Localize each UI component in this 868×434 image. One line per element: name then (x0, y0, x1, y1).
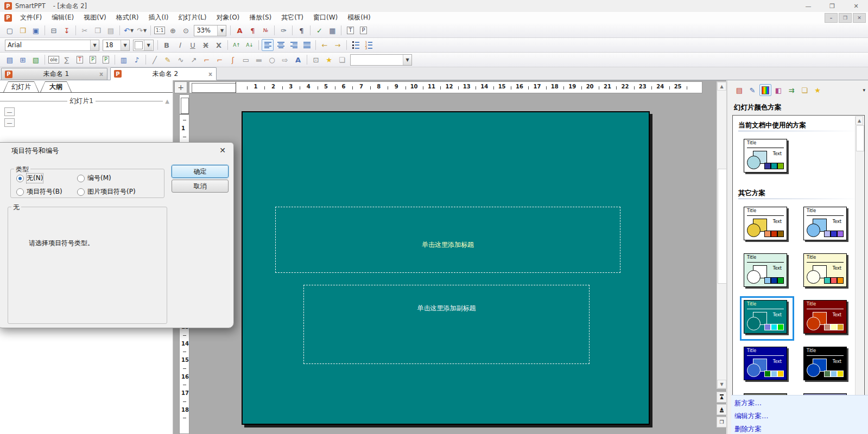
scroll-up-icon[interactable]: ▲ (856, 116, 863, 125)
font-color-combo[interactable]: ▼ (133, 40, 154, 51)
extrusion-icon[interactable]: ❏ (336, 54, 348, 66)
save-icon[interactable]: ▣ (30, 24, 42, 36)
increase-indent-icon[interactable]: → (332, 39, 344, 51)
rectangle-gray-icon[interactable]: ▬ (253, 54, 265, 66)
font-color-icon[interactable]: A (233, 24, 245, 36)
layout-panel-icon[interactable]: ▤ (733, 84, 745, 96)
bullets-numbering-icon[interactable]: № (259, 24, 271, 36)
bold-icon[interactable]: B (161, 39, 173, 51)
decrease-font-icon[interactable]: A↓ (244, 39, 256, 51)
formatting-marks-icon[interactable]: ¶ (295, 24, 307, 36)
decrease-indent-icon[interactable]: ← (319, 39, 331, 51)
copy-icon[interactable]: ❒ (92, 24, 104, 36)
menu-item-7[interactable]: 播放(S) (244, 12, 276, 23)
text-mode-icon[interactable]: T (344, 24, 356, 36)
menu-item-10[interactable]: 模板(H) (343, 12, 375, 23)
text-frame-icon[interactable]: ▤ (4, 54, 16, 66)
menu-item-5[interactable]: 幻灯片(L) (173, 12, 211, 23)
strikethrough-icon[interactable]: X (200, 39, 212, 51)
slide-sorter-button[interactable]: ❐ (717, 417, 727, 427)
chevron-down-icon[interactable]: ▼ (217, 25, 226, 36)
tab-outline[interactable]: 大纲 (40, 81, 72, 92)
menu-item-1[interactable]: 编辑(E) (47, 12, 79, 23)
align-center-icon[interactable] (275, 39, 287, 51)
subtitle-placeholder[interactable]: 单击这里添加副标题 (303, 285, 590, 364)
color-scheme-thumbnail[interactable]: TitleText (744, 347, 790, 384)
zoom-icon[interactable]: ⊙ (180, 24, 192, 36)
effects-panel-icon[interactable]: ❏ (799, 84, 810, 96)
window-minimize-button[interactable]: — (796, 0, 820, 12)
mdi-minimize-button[interactable]: – (825, 13, 838, 23)
radio-icon[interactable] (77, 188, 85, 196)
table-icon[interactable]: ⊞ (17, 54, 29, 66)
outline-scroll-up-icon[interactable]: ▲ (165, 98, 169, 104)
image-icon[interactable]: ▧ (30, 54, 42, 66)
template-panel-icon[interactable]: ✎ (746, 84, 758, 96)
arrow-icon[interactable]: ↗ (188, 54, 200, 66)
radio-bullet[interactable]: 项目符号(B) (16, 187, 77, 196)
content-placeholder2-icon[interactable]: P (100, 54, 112, 66)
scrollbar-thumb[interactable] (718, 169, 727, 284)
fontwork-icon[interactable]: A (292, 54, 304, 66)
shape-style-combo[interactable]: ▼ (350, 54, 412, 66)
ruler-origin-button[interactable]: + (174, 81, 187, 93)
canvas-vertical-scrollbar[interactable]: ▲ ▼ (717, 81, 727, 389)
content-placeholder-icon[interactable]: P (87, 54, 99, 66)
color-scheme-thumbnail[interactable]: TitleText (803, 300, 850, 337)
font-name-combo[interactable]: Arial▼ (5, 40, 99, 51)
radio-icon[interactable] (16, 175, 24, 182)
bullet-list-icon[interactable] (350, 39, 362, 51)
freeform-icon[interactable]: ✎ (162, 54, 174, 66)
radio-icon[interactable] (77, 175, 85, 182)
title-placeholder[interactable]: 单击这里添加标题 (275, 207, 620, 273)
presentation-mode-icon[interactable]: P (357, 24, 369, 36)
scheme-list-scrollbar[interactable]: ▲ ▼ (855, 116, 864, 434)
zoom-level-combo[interactable]: 33%▼ (194, 25, 226, 36)
open-folder-icon[interactable]: ❒ (17, 24, 29, 36)
radio-image-bullet[interactable]: 图片项目符号(P) (77, 187, 159, 196)
previous-slide-button[interactable]: ▲ (717, 404, 727, 415)
menu-item-9[interactable]: 窗口(W) (308, 12, 343, 23)
cut-icon[interactable]: ✂ (79, 24, 91, 36)
numbered-list-icon[interactable]: 123 (363, 39, 375, 51)
ellipse-icon[interactable]: ○ (266, 54, 278, 66)
chevron-down-icon[interactable]: ▼ (121, 40, 129, 50)
mdi-close-button[interactable]: ✕ (853, 13, 866, 23)
menu-item-4[interactable]: 插入(I) (144, 12, 174, 23)
color-scheme-thumbnail-selected[interactable]: TitleText (744, 300, 790, 337)
font-size-combo[interactable]: 18▼ (103, 40, 130, 51)
connector-icon[interactable]: ⌐ (201, 54, 213, 66)
menu-item-0[interactable]: 文件(F) (15, 12, 47, 23)
new-scheme-link[interactable]: 新方案… (734, 399, 868, 408)
ole-object-icon[interactable]: ole (48, 54, 60, 66)
star-icon[interactable]: ★ (323, 54, 335, 66)
scroll-up-icon[interactable]: ▲ (717, 82, 726, 91)
color-scheme-thumbnail[interactable]: TitleText (803, 347, 850, 384)
cancel-button[interactable]: 取消 (172, 180, 229, 193)
align-justify-icon[interactable] (301, 39, 313, 51)
window-maximize-button[interactable]: ❐ (820, 0, 844, 12)
scroll-down-icon[interactable]: ▼ (717, 380, 726, 388)
format-painter-icon[interactable]: ✑ (277, 24, 289, 36)
dialog-close-icon[interactable]: ✕ (219, 146, 226, 155)
title-placeholder-icon[interactable]: T (74, 54, 86, 66)
menu-item-2[interactable]: 视图(V) (79, 12, 111, 23)
transition-panel-icon[interactable]: ⇉ (785, 84, 797, 96)
mdi-restore-button[interactable]: ❐ (839, 13, 852, 23)
ok-button[interactable]: 确定 (172, 165, 229, 178)
menu-item-8[interactable]: 其它(T) (276, 12, 308, 23)
scheme-apply-icon[interactable]: ◧ (772, 84, 784, 96)
scrollbar-thumb[interactable] (856, 125, 864, 151)
panel-menu-arrow-icon[interactable]: ▾ (863, 87, 865, 93)
italic-icon[interactable]: I (174, 39, 186, 51)
menu-item-6[interactable]: 对象(O) (211, 12, 244, 23)
increase-font-icon[interactable]: A↑ (231, 39, 243, 51)
stats-icon[interactable]: ▦ (326, 24, 338, 36)
connector-curve-icon[interactable]: ʃ (227, 54, 239, 66)
zoom-100-icon[interactable]: 1:1 (154, 24, 166, 36)
first-slide-button[interactable]: ▲ (717, 392, 727, 403)
outline-collapse-icon[interactable]: — (4, 118, 15, 127)
tab-slides[interactable]: 幻灯片 (3, 81, 39, 92)
align-left-icon[interactable] (262, 39, 274, 51)
position-icon[interactable]: ⊡ (310, 54, 322, 66)
